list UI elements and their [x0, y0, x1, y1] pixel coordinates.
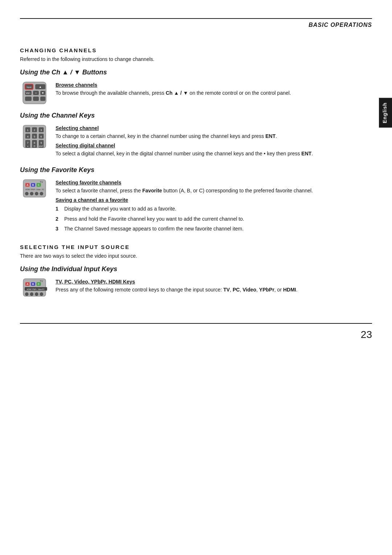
svg-point-53	[35, 192, 38, 196]
svg-text:HDMI: HDMI	[25, 189, 30, 191]
svg-text:9: 9	[40, 141, 42, 144]
side-tab: English	[379, 98, 392, 128]
subheading-channel-keys-text: Using the Channel Keys	[20, 112, 95, 119]
subheading-individual-keys-text: Using the Individual Input Keys	[20, 265, 117, 273]
svg-text:PC: PC	[42, 189, 44, 191]
selecting-digital-body: To select a digital channel, key in the …	[56, 150, 356, 158]
svg-text:5: 5	[34, 135, 35, 138]
header-row: BASIC OPERATIONS	[0, 19, 392, 28]
svg-point-54	[40, 192, 43, 196]
saving-fav-heading: Saving a channel as a favorite	[56, 197, 356, 203]
remote-numpad-svg: 1 2 3 4 5 6 7	[21, 124, 48, 149]
svg-rect-12	[33, 97, 39, 101]
remote-fav-svg: TV A B C HDMI YPbPr Video PC	[21, 178, 48, 199]
channel-keys-text: Selecting channel To change to a certain…	[56, 123, 356, 160]
saving-fav-step-1: 1 Display the channel you want to add as…	[56, 205, 356, 213]
svg-text:•: •	[27, 144, 28, 148]
page-number-row: 23	[0, 324, 392, 348]
svg-text:YPbPr: YPbPr	[30, 189, 35, 191]
section-heading-changing-channels: CHANGING CHANNELS	[20, 47, 356, 53]
svg-text:Input: Input	[26, 86, 32, 88]
svg-text:TV: TV	[40, 280, 43, 282]
svg-point-51	[25, 192, 29, 196]
saving-fav-step-3: 3 The Channel Saved message appears to c…	[56, 225, 356, 233]
page-container: English BASIC OPERATIONS CHANGING CHANNE…	[0, 18, 392, 555]
remote-ch-image: Input ▲ Vol− + ▼	[20, 81, 49, 105]
section-selecting-input: SELECTING THE INPUT SOURCE There are two…	[20, 244, 356, 298]
remote-input-svg: TV A B C HDMI YPbPr Video PC	[21, 277, 48, 298]
favorite-keys-text: Selecting favorite channels To select a …	[56, 177, 356, 235]
svg-text:+: +	[35, 92, 37, 94]
svg-text:A: A	[26, 184, 29, 187]
saving-fav-step-2: 2 Press and hold the Favorite channel ke…	[56, 215, 356, 223]
saving-fav-step-1-text: Display the channel you want to add as a…	[64, 206, 176, 212]
page-header-title: BASIC OPERATIONS	[309, 22, 372, 28]
svg-text:ENT: ENT	[39, 145, 44, 147]
svg-text:0: 0	[34, 144, 36, 148]
subheading-favorite-keys: Using the Favorite Keys	[20, 166, 356, 174]
svg-text:Vol−: Vol−	[26, 92, 31, 94]
svg-text:PC: PC	[42, 289, 45, 290]
saving-fav-step-2-text: Press and hold the Favorite channel key …	[64, 216, 244, 222]
saving-fav-step-3-text: The Channel Saved message appears to con…	[64, 226, 244, 232]
svg-point-70	[35, 293, 38, 296]
selecting-channel-body: To change to a certain channel, key in t…	[56, 132, 356, 140]
svg-point-68	[25, 293, 29, 296]
subheading-ch-buttons: Using the Ch ▲ / ▼ Buttons	[20, 69, 356, 76]
svg-point-71	[40, 293, 43, 296]
section-intro-selecting-input: There are two ways to select the video i…	[20, 253, 356, 259]
channel-keys-block: 1 2 3 4 5 6 7	[20, 123, 356, 160]
svg-text:4: 4	[27, 135, 29, 138]
svg-text:8: 8	[34, 141, 35, 144]
remote-fav-image: TV A B C HDMI YPbPr Video PC	[20, 178, 49, 199]
browse-channels-block: Input ▲ Vol− + ▼	[20, 80, 356, 105]
favorite-keys-block: TV A B C HDMI YPbPr Video PC	[20, 177, 356, 235]
section-changing-channels: CHANGING CHANNELS Referred to in the fol…	[20, 47, 356, 235]
selecting-digital-heading: Selecting digital channel	[56, 143, 356, 148]
individual-keys-block: TV A B C HDMI YPbPr Video PC	[20, 277, 356, 298]
section-intro-changing-channels: Referred to in the following instruction…	[20, 56, 356, 62]
svg-text:3: 3	[40, 128, 42, 132]
svg-rect-13	[40, 97, 45, 101]
svg-text:HDMI: HDMI	[27, 289, 31, 290]
subheading-channel-keys: Using the Channel Keys	[20, 112, 356, 119]
svg-text:▼: ▼	[41, 91, 44, 95]
svg-text:TV: TV	[40, 181, 43, 183]
selecting-fav-body: To select a favorite channel, press the …	[56, 187, 356, 195]
svg-text:B: B	[32, 282, 34, 286]
selecting-channel-heading: Selecting channel	[56, 125, 356, 131]
side-tab-label: English	[382, 102, 388, 123]
svg-rect-11	[25, 97, 32, 101]
svg-text:C: C	[38, 184, 40, 187]
svg-text:6: 6	[40, 135, 42, 138]
main-content: CHANGING CHANNELS Referred to in the fol…	[0, 28, 392, 312]
browse-channels-body: To browse through the available channels…	[56, 89, 356, 97]
selecting-fav-heading: Selecting favorite channels	[56, 180, 356, 185]
svg-text:7: 7	[27, 141, 28, 144]
svg-text:Video: Video	[38, 289, 42, 290]
svg-point-52	[30, 192, 33, 196]
subheading-individual-keys: Using the Individual Input Keys	[20, 265, 356, 273]
subheading-favorite-keys-text: Using the Favorite Keys	[20, 166, 94, 174]
svg-text:1: 1	[27, 128, 28, 132]
remote-numpad-image: 1 2 3 4 5 6 7	[20, 124, 49, 149]
svg-text:C: C	[38, 282, 40, 286]
section-heading-selecting-input: SELECTING THE INPUT SOURCE	[20, 244, 356, 250]
svg-text:B: B	[32, 184, 34, 187]
svg-text:2: 2	[34, 128, 35, 132]
remote-input-image: TV A B C HDMI YPbPr Video PC	[20, 277, 49, 298]
browse-channels-heading: Browse channels	[56, 82, 356, 88]
browse-channels-text: Browse channels To browse through the av…	[56, 80, 356, 99]
svg-text:Video: Video	[36, 189, 41, 191]
svg-text:YPbPr: YPbPr	[32, 289, 37, 290]
svg-point-69	[30, 293, 33, 296]
tv-keys-heading: TV, PC, Video, YPbPr, HDMI Keys	[56, 279, 356, 285]
individual-keys-text: TV, PC, Video, YPbPr, HDMI Keys Press an…	[56, 277, 356, 296]
remote-ch-svg: Input ▲ Vol− + ▼	[21, 81, 48, 105]
svg-text:A: A	[26, 282, 29, 286]
svg-text:▲: ▲	[39, 85, 42, 89]
page-number: 23	[361, 329, 372, 340]
saving-fav-list: 1 Display the channel you want to add as…	[56, 205, 356, 233]
tv-keys-body: Press any of the following remote contro…	[56, 286, 356, 294]
subheading-ch-buttons-text: Using the Ch ▲ / ▼ Buttons	[20, 69, 107, 76]
